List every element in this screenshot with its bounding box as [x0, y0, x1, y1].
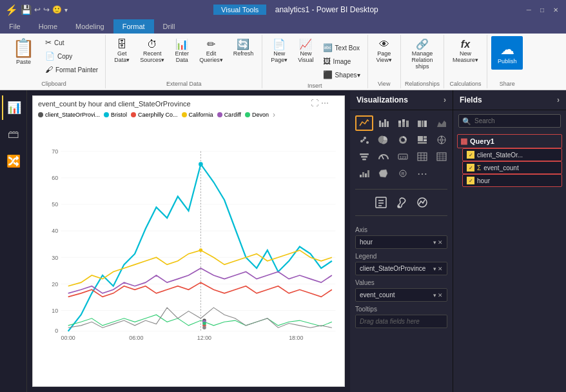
legend-dot-0 — [38, 112, 43, 117]
manage-relationships-button[interactable]: 🔗 ManageRelationships — [407, 36, 437, 73]
nav-report-icon[interactable]: 📊 — [2, 95, 25, 120]
checkbox-event-count[interactable]: ✓ — [467, 164, 474, 172]
values-field[interactable]: event_count ▾ ✕ — [355, 288, 447, 302]
new-measure-button[interactable]: fx NewMeasure▾ — [448, 36, 483, 66]
title-bar-left: ⚡ 💾 ↩ ↪ 🙂 ▾ — [5, 4, 68, 16]
viz-icon-custom1[interactable]: R — [394, 166, 412, 181]
svg-rect-33 — [398, 121, 401, 123]
shapes-button[interactable]: ⬛ Shapes▾ — [320, 68, 364, 81]
viz-icon-pie[interactable] — [375, 132, 393, 148]
viz-icon-donut[interactable] — [394, 132, 412, 148]
cut-button[interactable]: ✂ Cut — [42, 36, 101, 49]
viz-icon-map[interactable] — [433, 132, 451, 148]
svg-rect-69 — [360, 175, 362, 177]
axis-dropdown-icon[interactable]: ▾ — [433, 239, 436, 246]
refresh-button[interactable]: 🔄 Refresh — [229, 36, 259, 60]
viz-icon-gauge[interactable] — [375, 149, 393, 164]
edit-queries-label: EditQueries▾ — [199, 50, 223, 63]
recent-sources-label: RecentSources▾ — [140, 50, 164, 63]
viz-icon-more[interactable]: ⋯ — [413, 166, 431, 181]
copy-button[interactable]: 📄 Copy — [42, 50, 101, 63]
checkbox-hour[interactable]: ✓ — [467, 177, 474, 184]
axis-remove-icon[interactable]: ✕ — [438, 239, 443, 246]
tab-file[interactable]: File — [0, 19, 30, 34]
svg-point-45 — [401, 138, 405, 142]
fields-item-event-count[interactable]: ✓ Σ event_count — [462, 161, 562, 174]
tab-home[interactable]: Home — [30, 19, 66, 34]
fields-panel-expand[interactable]: › — [557, 95, 560, 104]
viz-icon-100bar[interactable] — [413, 115, 431, 131]
tab-modeling[interactable]: Modeling — [66, 19, 113, 34]
values-remove-icon[interactable]: ✕ — [438, 292, 443, 299]
viz-icon-funnel[interactable] — [355, 149, 373, 164]
search-input[interactable] — [458, 114, 561, 128]
values-dropdown-icon[interactable]: ▾ — [433, 292, 436, 299]
field-name-hour: hour — [477, 177, 490, 184]
checkbox-client-state[interactable]: ✓ — [467, 151, 474, 159]
viz-icon-bar-cluster[interactable] — [375, 115, 393, 131]
publish-button[interactable]: ☁ Publish — [491, 36, 523, 70]
viz-panel-expand[interactable]: › — [444, 95, 446, 104]
image-button[interactable]: 🖼 Image — [320, 55, 364, 68]
text-box-button[interactable]: 🔤 Text Box — [320, 41, 364, 54]
tab-drill[interactable]: Drill — [154, 19, 184, 34]
viz-icon-table[interactable] — [413, 149, 431, 164]
save-icon[interactable]: 💾 — [21, 5, 32, 15]
new-page-button[interactable]: 📄 NewPage▾ — [266, 36, 292, 66]
get-data-icon: 🗄 — [117, 39, 127, 50]
close-icon[interactable]: ✕ — [551, 6, 561, 14]
legend-scroll-right[interactable]: › — [273, 110, 275, 119]
refresh-icon: 🔄 — [237, 39, 249, 50]
format-painter-button[interactable]: 🖌 Format Painter — [42, 63, 101, 76]
legend-field-value: client_StateOrProvince — [360, 265, 425, 272]
get-data-button[interactable]: 🗄 GetData▾ — [110, 36, 134, 66]
legend-field[interactable]: client_StateOrProvince ▾ ✕ — [355, 262, 447, 275]
svg-point-22 — [199, 248, 203, 252]
viz-icon-scatter[interactable] — [355, 132, 373, 148]
viz-icon-line[interactable] — [355, 115, 373, 131]
enter-data-button[interactable]: 📊 EnterData — [170, 36, 193, 66]
viz-paint-icon[interactable] — [395, 196, 408, 209]
viz-icon-bar-stack[interactable] — [394, 115, 412, 131]
minimize-icon[interactable]: ─ — [524, 6, 534, 14]
recent-sources-button[interactable]: ⏱ RecentSources▾ — [135, 36, 169, 66]
ribbon-items-calculations: fx NewMeasure▾ — [448, 36, 483, 79]
maximize-icon[interactable]: □ — [538, 6, 547, 14]
legend-item-2: Caerphilly Co... — [131, 112, 178, 118]
viz-icon-matrix[interactable] — [433, 149, 451, 164]
fields-item-client-state[interactable]: ✓ client_StateOr... — [462, 148, 562, 161]
undo-icon[interactable]: ↩ — [34, 5, 41, 14]
viz-icon-waterfall[interactable] — [355, 166, 373, 181]
expand-icon[interactable]: ⛶ — [311, 99, 318, 108]
manage-relationships-label: ManageRelationships — [411, 50, 433, 70]
svg-rect-30 — [384, 119, 386, 127]
paste-button[interactable]: 📋 Paste — [6, 36, 41, 68]
page-view-button[interactable]: 👁 PageView▾ — [372, 36, 396, 66]
fields-item-hour[interactable]: ✓ hour — [462, 174, 562, 187]
legend-dot-4 — [217, 112, 222, 117]
nav-data-icon[interactable]: 🗃 — [2, 122, 25, 146]
tab-format[interactable]: Format — [113, 19, 154, 34]
fields-table-header[interactable]: ▦ Query1 — [457, 134, 562, 148]
chart-container[interactable]: ⛶ ⋯ event_count by hour and client_State… — [32, 95, 345, 387]
text-box-label: Text Box — [335, 44, 360, 52]
ribbon-group-external-data: 🗄 GetData▾ ⏱ RecentSources▾ 📊 EnterData … — [106, 35, 262, 88]
svg-rect-36 — [406, 121, 409, 127]
viz-icon-area[interactable] — [433, 115, 451, 131]
viz-analytics-icon[interactable] — [416, 196, 429, 209]
more-icon[interactable]: ⋯ — [321, 99, 329, 108]
viz-icon-treemap[interactable] — [413, 132, 431, 148]
viz-icon-card[interactable]: 123 — [394, 149, 412, 164]
legend-remove-icon[interactable]: ✕ — [438, 266, 443, 272]
viz-format-icon[interactable] — [375, 196, 387, 209]
edit-queries-button[interactable]: ✏ EditQueries▾ — [195, 36, 228, 66]
tooltips-field[interactable]: Drag data fields here — [355, 315, 447, 328]
format-painter-icon: 🖌 — [45, 65, 53, 74]
axis-field[interactable]: hour ▾ ✕ — [355, 235, 447, 249]
nav-model-icon[interactable]: 🔀 — [2, 149, 25, 173]
smiley-icon[interactable]: 🙂 — [52, 5, 62, 14]
viz-icon-filled-map[interactable] — [375, 166, 393, 181]
new-visual-button[interactable]: 📈 NewVisual — [293, 36, 318, 66]
redo-icon[interactable]: ↪ — [43, 5, 50, 14]
legend-dropdown-icon[interactable]: ▾ — [433, 266, 436, 272]
